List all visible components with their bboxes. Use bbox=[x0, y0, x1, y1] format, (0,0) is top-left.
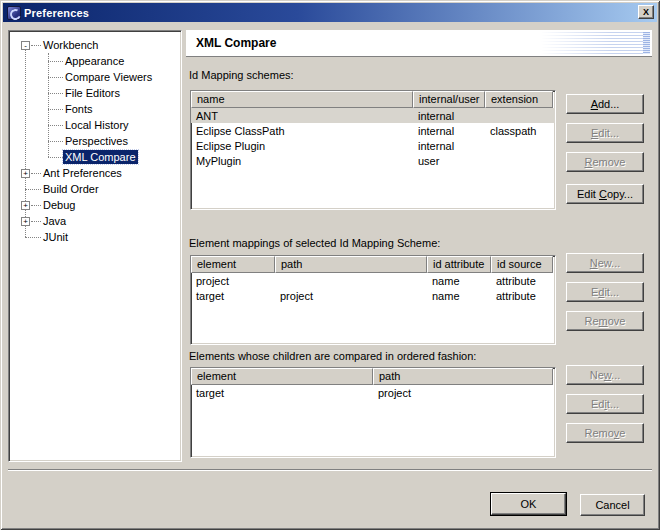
column-header[interactable]: path bbox=[275, 256, 427, 273]
mappings-edit-button: Edit... bbox=[566, 282, 644, 302]
tree-item-label: Local History bbox=[63, 118, 131, 132]
edit-button: Edit... bbox=[566, 123, 644, 143]
titlebar[interactable]: Preferences X bbox=[3, 3, 657, 22]
mappings-table-header: element path id attribute id source bbox=[191, 256, 555, 273]
cell-path: project bbox=[275, 290, 427, 302]
ordered-table-header: element path bbox=[191, 368, 555, 385]
tree-item-junit[interactable]: JUnit bbox=[11, 229, 179, 245]
ordered-remove-button: Remove bbox=[566, 423, 644, 443]
tree-item-workbench[interactable]: - Workbench bbox=[11, 37, 179, 53]
cell-internal-user: user bbox=[413, 155, 485, 167]
cell-name: Eclipse ClassPath bbox=[191, 125, 413, 137]
table-row[interactable]: MyPlugin user bbox=[191, 153, 555, 168]
tree-item-label: Ant Preferences bbox=[41, 166, 124, 180]
remove-button: Remove bbox=[566, 152, 644, 172]
cell-name: Eclipse Plugin bbox=[191, 140, 413, 152]
mappings-new-button: New... bbox=[566, 253, 644, 273]
tree-item-ant-preferences[interactable]: + Ant Preferences bbox=[11, 165, 179, 181]
ordered-new-button: New... bbox=[566, 365, 644, 385]
cell-name: ANT bbox=[191, 110, 413, 122]
tree-item-fonts[interactable]: Fonts bbox=[11, 101, 179, 117]
cell-extension: classpath bbox=[485, 125, 553, 137]
column-header[interactable]: name bbox=[191, 91, 413, 108]
page-title: XML Compare bbox=[196, 36, 276, 50]
cell-path: project bbox=[373, 387, 553, 399]
table-row[interactable]: Eclipse Plugin internal bbox=[191, 138, 555, 153]
ordered-edit-button: Edit... bbox=[566, 394, 644, 414]
tree-item-perspectives[interactable]: Perspectives bbox=[11, 133, 179, 149]
column-header[interactable]: path bbox=[373, 368, 553, 385]
expand-icon[interactable]: + bbox=[21, 217, 30, 226]
preferences-tree-panel: - Workbench Appearance Compare Viewers F… bbox=[8, 30, 182, 462]
column-header[interactable]: element bbox=[191, 256, 275, 273]
table-row-selected[interactable]: ANT internal bbox=[191, 108, 555, 123]
expand-icon[interactable]: + bbox=[21, 169, 30, 178]
tree-item-label: Build Order bbox=[41, 182, 101, 196]
table-row[interactable]: Eclipse ClassPath internal classpath bbox=[191, 123, 555, 138]
tree-item-label: File Editors bbox=[63, 86, 122, 100]
tree-item-build-order[interactable]: Build Order bbox=[11, 181, 179, 197]
tree-item-label: Perspectives bbox=[63, 134, 130, 148]
expand-icon[interactable]: + bbox=[21, 201, 30, 210]
tree-item-compare-viewers[interactable]: Compare Viewers bbox=[11, 69, 179, 85]
window-title: Preferences bbox=[24, 7, 89, 19]
ok-button[interactable]: OK bbox=[491, 493, 566, 515]
mappings-table[interactable]: element path id attribute id source proj… bbox=[190, 255, 556, 345]
cell-id-source: attribute bbox=[491, 290, 553, 302]
schemes-label: Id Mapping schemes: bbox=[189, 69, 294, 81]
ordered-label: Elements whose children are compared in … bbox=[189, 350, 476, 362]
cancel-button[interactable]: Cancel bbox=[580, 494, 645, 516]
banner-decoration bbox=[541, 32, 649, 54]
cell-id-attribute: name bbox=[427, 275, 491, 287]
tree-item-label: Workbench bbox=[41, 38, 100, 52]
schemes-table-header: name internal/user extension bbox=[191, 91, 555, 108]
cell-internal-user: internal bbox=[413, 110, 485, 122]
tree-item-file-editors[interactable]: File Editors bbox=[11, 85, 179, 101]
tree-item-label: JUnit bbox=[41, 230, 70, 244]
cell-internal-user: internal bbox=[413, 125, 485, 137]
cell-name: MyPlugin bbox=[191, 155, 413, 167]
column-header[interactable]: id source bbox=[491, 256, 553, 273]
column-header[interactable]: extension bbox=[485, 91, 553, 108]
edit-copy-button[interactable]: Edit Copy... bbox=[566, 184, 644, 204]
tree-item-debug[interactable]: + Debug bbox=[11, 197, 179, 213]
table-row[interactable]: project name attribute bbox=[191, 273, 555, 288]
tree-item-label: Java bbox=[41, 214, 68, 228]
page-banner: XML Compare bbox=[186, 30, 652, 57]
cell-internal-user: internal bbox=[413, 140, 485, 152]
tree-item-local-history[interactable]: Local History bbox=[11, 117, 179, 133]
tree-item-label: Fonts bbox=[63, 102, 95, 116]
ordered-table[interactable]: element path target project bbox=[190, 367, 556, 458]
cell-element: target bbox=[191, 290, 275, 302]
cell-id-attribute: name bbox=[427, 290, 491, 302]
tree-item-label: Debug bbox=[41, 198, 77, 212]
column-header[interactable]: element bbox=[191, 368, 373, 385]
preferences-dialog: Preferences X - Workbench Appearance Com… bbox=[0, 0, 660, 530]
app-icon bbox=[7, 6, 21, 20]
tree-item-label: Appearance bbox=[63, 54, 126, 68]
cell-element: project bbox=[191, 275, 275, 287]
add-button[interactable]: Add... bbox=[566, 94, 644, 114]
column-header[interactable]: internal/user bbox=[413, 91, 485, 108]
tree-item-xml-compare[interactable]: XML Compare bbox=[11, 149, 179, 165]
preferences-tree: - Workbench Appearance Compare Viewers F… bbox=[11, 33, 179, 459]
footer-separator bbox=[8, 469, 652, 471]
tree-item-label-selected: XML Compare bbox=[63, 150, 138, 164]
table-row[interactable]: target project bbox=[191, 385, 555, 400]
close-icon[interactable]: X bbox=[638, 5, 654, 19]
tree-item-appearance[interactable]: Appearance bbox=[11, 53, 179, 69]
tree-item-label: Compare Viewers bbox=[63, 70, 154, 84]
column-header[interactable]: id attribute bbox=[427, 256, 491, 273]
tree-item-java[interactable]: + Java bbox=[11, 213, 179, 229]
cell-id-source: attribute bbox=[491, 275, 553, 287]
cell-element: target bbox=[191, 387, 373, 399]
table-row[interactable]: target project name attribute bbox=[191, 288, 555, 303]
mappings-label: Element mappings of selected Id Mapping … bbox=[189, 237, 440, 249]
schemes-table[interactable]: name internal/user extension ANT interna… bbox=[190, 90, 556, 210]
collapse-icon[interactable]: - bbox=[21, 41, 30, 50]
mappings-remove-button: Remove bbox=[566, 311, 644, 331]
